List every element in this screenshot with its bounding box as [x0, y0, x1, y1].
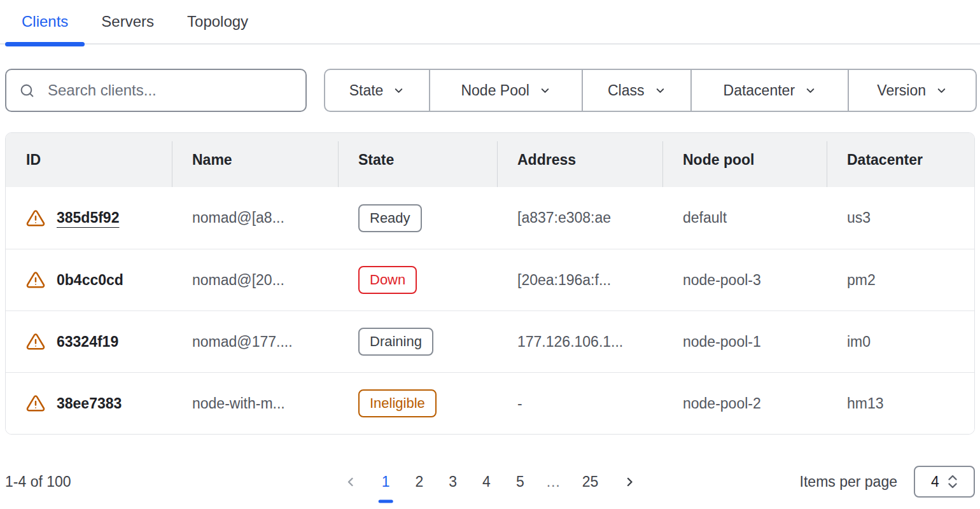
name-cell: nomad@[a8...	[172, 209, 338, 227]
chevron-down-icon	[539, 85, 551, 97]
table-row[interactable]: 0b4cc0cd nomad@[20... Down [20ea:196a:f.…	[6, 249, 974, 310]
state-badge: Draining	[358, 328, 433, 356]
datacenter-cell: us3	[827, 209, 974, 227]
node-pool-cell: node-pool-1	[662, 333, 827, 351]
client-id-link[interactable]: 0b4cc0cd	[57, 272, 123, 289]
address-cell: 177.126.106.1...	[497, 333, 662, 351]
filter-node-pool[interactable]: Node Pool	[429, 70, 582, 111]
warning-icon	[26, 394, 45, 413]
table-row[interactable]: 63324f19 nomad@177.... Draining 177.126.…	[6, 310, 974, 372]
previous-page-button[interactable]	[336, 470, 365, 494]
datacenter-cell: hm13	[827, 395, 974, 412]
filter-group: State Node Pool Class Datacenter Version	[324, 69, 977, 112]
state-cell: Down	[338, 266, 497, 294]
search-box[interactable]	[5, 69, 307, 112]
warning-icon	[26, 332, 45, 351]
search-icon	[19, 83, 35, 99]
column-header-node-pool: Node pool	[662, 133, 827, 187]
pagination-bar: 1-4 of 100 1 2 3 4 5 … 25 Items per page…	[5, 461, 975, 502]
column-header-address: Address	[497, 133, 662, 187]
name-cell: nomad@177....	[172, 333, 338, 351]
page-button-4[interactable]: 4	[473, 468, 500, 496]
table-row[interactable]: 38ee7383 node-with-m... Ineligible - nod…	[6, 372, 974, 434]
tab-clients[interactable]: Clients	[5, 0, 85, 43]
state-cell: Ineligible	[338, 389, 497, 417]
datacenter-cell: pm2	[827, 272, 974, 289]
address-cell: -	[497, 395, 662, 412]
client-id-link[interactable]: 63324f19	[57, 333, 118, 351]
page-button-25[interactable]: 25	[573, 468, 608, 496]
pagination-range-label: 1-4 of 100	[5, 473, 71, 491]
table-header-row: ID Name State Address Node pool Datacent…	[6, 133, 974, 187]
client-id-link[interactable]: 385d5f92	[57, 209, 119, 227]
node-pool-cell: node-pool-3	[662, 272, 827, 289]
filter-datacenter-label: Datacenter	[724, 82, 795, 99]
name-cell: node-with-m...	[172, 395, 338, 412]
filter-class-label: Class	[608, 82, 645, 99]
page-button-3[interactable]: 3	[440, 468, 466, 496]
table-row[interactable]: 385d5f92 nomad@[a8... Ready [a837:e308:a…	[6, 187, 974, 249]
id-cell: 0b4cc0cd	[6, 270, 172, 289]
stepper-icon	[948, 473, 958, 490]
chevron-down-icon	[393, 85, 405, 97]
id-cell: 38ee7383	[6, 394, 172, 413]
warning-icon	[26, 209, 45, 228]
top-tab-bar: Clients Servers Topology	[0, 0, 980, 45]
filter-state[interactable]: State	[325, 70, 429, 111]
items-per-page-select[interactable]: 4	[914, 466, 975, 498]
filter-version[interactable]: Version	[848, 70, 976, 111]
clients-table: ID Name State Address Node pool Datacent…	[5, 132, 975, 435]
tab-servers-label: Servers	[101, 13, 154, 31]
tab-clients-label: Clients	[22, 13, 68, 31]
tab-servers[interactable]: Servers	[85, 0, 171, 43]
node-pool-cell: default	[662, 209, 827, 227]
filter-datacenter[interactable]: Datacenter	[690, 70, 848, 111]
node-pool-cell: node-pool-2	[662, 395, 827, 412]
state-cell: Ready	[338, 204, 497, 232]
chevron-left-icon	[344, 475, 358, 489]
page-button-2[interactable]: 2	[407, 468, 433, 496]
state-badge: Ineligible	[358, 389, 437, 417]
chevron-down-icon	[804, 85, 816, 97]
id-cell: 385d5f92	[6, 209, 172, 228]
filter-node-pool-label: Node Pool	[461, 82, 529, 99]
state-badge: Down	[358, 266, 417, 294]
items-per-page-value: 4	[931, 473, 939, 491]
pagination-ellipsis: …	[541, 468, 566, 496]
warning-icon	[26, 270, 45, 289]
table-body: 385d5f92 nomad@[a8... Ready [a837:e308:a…	[6, 187, 974, 434]
filter-version-label: Version	[877, 82, 926, 99]
datacenter-cell: im0	[827, 333, 974, 351]
chevron-down-icon	[935, 85, 948, 97]
tab-topology-label: Topology	[187, 13, 248, 31]
page-button-1[interactable]: 1	[373, 468, 399, 496]
id-cell: 63324f19	[6, 332, 172, 351]
page-button-5[interactable]: 5	[507, 468, 533, 496]
column-header-datacenter: Datacenter	[827, 133, 974, 187]
filter-class[interactable]: Class	[582, 70, 690, 111]
chevron-down-icon	[654, 85, 666, 97]
items-per-page-label: Items per page	[800, 473, 897, 491]
address-cell: [a837:e308:ae	[497, 209, 662, 227]
search-input[interactable]	[46, 81, 293, 100]
state-cell: Draining	[338, 328, 497, 356]
address-cell: [20ea:196a:f...	[497, 272, 662, 289]
toolbar: State Node Pool Class Datacenter Version	[5, 69, 977, 112]
items-per-page-group: Items per page 4	[800, 466, 975, 498]
state-badge: Ready	[358, 204, 422, 232]
column-header-name: Name	[172, 133, 338, 187]
pagination-pages: 1 2 3 4 5 … 25	[336, 468, 645, 496]
chevron-right-icon	[622, 475, 636, 489]
column-header-id: ID	[6, 133, 172, 187]
name-cell: nomad@[20...	[172, 272, 338, 289]
client-id-link[interactable]: 38ee7383	[57, 395, 122, 412]
filter-state-label: State	[349, 82, 384, 99]
column-header-state: State	[338, 133, 497, 187]
next-page-button[interactable]	[615, 470, 644, 494]
tab-topology[interactable]: Topology	[171, 0, 265, 43]
